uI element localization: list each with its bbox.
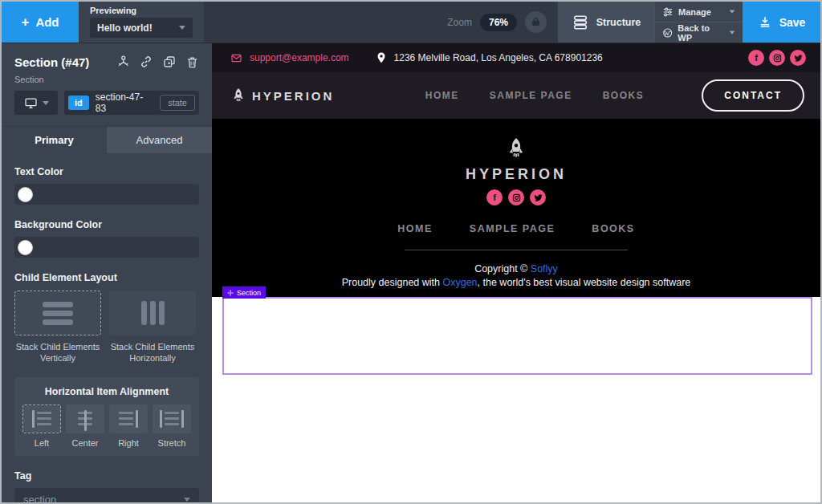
state-button[interactable]: state: [160, 95, 195, 111]
soflyy-link[interactable]: Soflyy: [531, 263, 558, 274]
device-breakpoint-dropdown[interactable]: [14, 91, 58, 115]
text-color-label: Text Color: [14, 166, 199, 177]
site-footer: HYPERION f HOME SAMPLE PAGE BOOKS: [212, 119, 820, 297]
address-text: 1236 Melville Road, Los Angeles, CA 6789…: [394, 52, 603, 63]
properties-sidebar: Section (#47): [2, 43, 212, 502]
zoom-lock-button[interactable]: [525, 11, 547, 33]
tab-primary[interactable]: Primary: [2, 127, 107, 153]
tag-dropdown[interactable]: section: [14, 488, 199, 502]
site-brand-name: HYPERION: [252, 89, 334, 103]
footer-nav-sample-page[interactable]: SAMPLE PAGE: [470, 223, 555, 234]
twitter-icon[interactable]: [530, 189, 546, 205]
site-header: HYPERION HOME SAMPLE PAGE BOOKS CONTACT: [212, 72, 820, 119]
footer-socials: f: [486, 189, 546, 205]
copyright-line: Copyright © Soflyy: [474, 263, 558, 274]
save-download-icon: [758, 15, 772, 30]
element-id-value[interactable]: section-47-83: [96, 91, 153, 114]
top-toolbar: + Add Previewing Hello world! Zoom 76%: [2, 2, 820, 43]
twitter-icon[interactable]: [790, 50, 806, 66]
manage-button[interactable]: Manage: [655, 2, 743, 22]
element-title: Section (#47): [14, 55, 116, 69]
instagram-icon[interactable]: [508, 189, 524, 205]
select-parent-icon[interactable]: [116, 55, 130, 69]
trash-icon[interactable]: [185, 55, 199, 69]
lock-icon: [531, 17, 541, 27]
footer-nav-home[interactable]: HOME: [397, 223, 433, 234]
align-center-option[interactable]: Center: [66, 404, 104, 448]
save-button-label: Save: [779, 16, 806, 29]
designed-text-prefix: Proudly designed with: [342, 277, 443, 288]
element-type-label: Section: [14, 75, 199, 84]
tag-value: section: [23, 494, 184, 502]
tab-advanced[interactable]: Advanced: [107, 127, 212, 153]
stack-vertical-option[interactable]: Stack Child Elements Vertically: [14, 291, 101, 364]
zoom-label: Zoom: [447, 17, 472, 28]
stack-horizontal-caption: Stack Child Elements Horizontally: [109, 341, 196, 364]
oxygen-builder-window: + Add Previewing Hello world! Zoom 76%: [0, 0, 822, 504]
move-icon: [227, 290, 234, 296]
stack-horizontal-icon: [141, 301, 165, 325]
back-to-wp-button[interactable]: Back to WP: [655, 22, 743, 43]
align-left-icon: [32, 410, 35, 428]
contact-button[interactable]: CONTACT: [702, 79, 804, 112]
align-lines: [78, 412, 92, 425]
instagram-icon[interactable]: [769, 50, 785, 66]
stack-horizontal-option[interactable]: Stack Child Elements Horizontally: [109, 291, 196, 364]
header-nav: HOME SAMPLE PAGE BOOKS CONTACT: [425, 79, 804, 112]
text-color-swatch[interactable]: [18, 187, 33, 202]
element-id-field: id section-47-83 state: [64, 91, 199, 115]
align-left-option[interactable]: Left: [22, 404, 61, 448]
selection-badge-label: Section: [237, 289, 261, 297]
stack-vertical-caption: Stack Child Elements Vertically: [14, 341, 101, 364]
previewing-section: Previewing Hello world!: [79, 2, 204, 43]
footer-brand-name: HYPERION: [466, 166, 567, 183]
nav-sample-page[interactable]: SAMPLE PAGE: [490, 90, 572, 101]
align-left-caption: Left: [22, 438, 61, 448]
link-icon[interactable]: [139, 55, 153, 69]
structure-button[interactable]: Structure: [558, 2, 654, 43]
stack-vertical-icon: [43, 302, 73, 325]
chevron-down-icon: [179, 26, 185, 30]
footer-divider: [405, 250, 628, 250]
support-email-link[interactable]: support@example.com: [250, 52, 349, 63]
sidebar-tabs: Primary Advanced: [2, 126, 212, 153]
preview-canvas: support@example.com 1236 Melville Road, …: [212, 43, 820, 502]
duplicate-icon[interactable]: [162, 55, 177, 69]
align-stretch-icon: [160, 410, 162, 428]
wordpress-icon: [662, 27, 673, 39]
previewing-label: Previewing: [90, 6, 193, 15]
align-center-caption: Center: [66, 438, 104, 448]
background-color-swatch[interactable]: [18, 240, 33, 255]
zoom-value[interactable]: 76%: [480, 14, 517, 31]
background-color-picker[interactable]: [14, 237, 199, 258]
id-badge[interactable]: id: [68, 96, 89, 110]
align-center-icon: [84, 410, 87, 431]
plus-icon: +: [21, 14, 29, 30]
align-stretch-option[interactable]: Stretch: [153, 404, 191, 448]
chevron-down-icon: [43, 101, 49, 105]
align-right-caption: Right: [109, 438, 148, 448]
manage-column: Manage Back to WP: [654, 2, 743, 43]
text-color-picker[interactable]: [14, 184, 199, 205]
align-right-option[interactable]: Right: [109, 404, 148, 448]
facebook-icon[interactable]: f: [748, 50, 764, 66]
chevron-down-icon: [184, 498, 190, 502]
footer-nav-books[interactable]: BOOKS: [592, 223, 634, 234]
selection-badge[interactable]: Section: [222, 287, 266, 299]
alignment-panel: Horizontal Item Alignment Left Center: [14, 377, 199, 456]
nav-books[interactable]: BOOKS: [603, 90, 645, 101]
site-logo[interactable]: HYPERION: [231, 87, 334, 104]
oxygen-link[interactable]: Oxygen: [442, 277, 477, 288]
align-lines: [119, 412, 133, 425]
add-button[interactable]: + Add: [2, 2, 79, 43]
alignment-title: Horizontal Item Alignment: [22, 386, 191, 397]
structure-label: Structure: [596, 17, 641, 28]
facebook-icon[interactable]: f: [486, 189, 503, 205]
save-button[interactable]: Save: [743, 2, 820, 43]
align-lines: [37, 412, 51, 425]
structure-icon: [572, 14, 589, 31]
manage-label: Manage: [678, 7, 711, 17]
previewing-page-dropdown[interactable]: Hello world!: [90, 18, 193, 38]
selected-section[interactable]: Section: [222, 297, 812, 375]
nav-home[interactable]: HOME: [425, 90, 459, 101]
